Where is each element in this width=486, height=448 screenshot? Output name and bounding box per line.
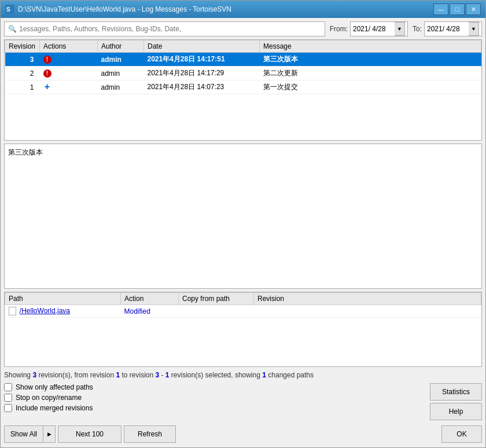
col-path-revision: Revision bbox=[254, 293, 481, 305]
search-icon: 🔍 bbox=[8, 25, 17, 33]
col-actions: Actions bbox=[40, 41, 98, 53]
message-area: 第三次版本 bbox=[4, 144, 482, 289]
action-text: Modified bbox=[124, 307, 150, 315]
cell-copy-from-path bbox=[179, 305, 254, 318]
to-date-field: ▼ bbox=[424, 21, 482, 36]
statistics-button[interactable]: Statistics bbox=[430, 383, 482, 401]
cell-message: 第一次提交 bbox=[260, 80, 481, 94]
cell-path-revision bbox=[254, 305, 481, 318]
cell-actions: + bbox=[40, 80, 98, 94]
cell-actions: ! bbox=[40, 53, 98, 67]
cell-path: /HelloWorld.java bbox=[5, 305, 121, 318]
bottom-bar: Show All ▶ Next 100 Refresh OK bbox=[4, 423, 482, 444]
status-selected-count: 1 bbox=[165, 371, 170, 379]
checkbox-group: Show only affected paths Stop on copy/re… bbox=[4, 383, 426, 412]
filter-bar: 🔍 From: ▼ To: ▼ bbox=[4, 21, 482, 36]
to-label: To: bbox=[413, 25, 422, 33]
arrow-right-icon: ▶ bbox=[47, 431, 51, 437]
status-revision-count: 3 bbox=[32, 371, 36, 379]
cell-action: Modified bbox=[121, 305, 179, 318]
cell-author: admin bbox=[98, 53, 144, 67]
action-modified-icon: ! bbox=[43, 69, 51, 78]
cell-date: 2021年4月28日 14:17:29 bbox=[144, 67, 260, 80]
main-window: S D:\SVN\JavaTestUser\HelloWorld.java - … bbox=[0, 0, 486, 448]
window-title: D:\SVN\JavaTestUser\HelloWorld.java - Lo… bbox=[18, 5, 231, 13]
log-table-container: Revision Actions Author Date Message 3 !… bbox=[4, 39, 482, 141]
action-added-icon: + bbox=[43, 83, 51, 91]
log-table-header: Revision Actions Author Date Message bbox=[5, 41, 481, 53]
from-date-field: ▼ bbox=[350, 21, 408, 36]
title-bar: S D:\SVN\JavaTestUser\HelloWorld.java - … bbox=[1, 1, 485, 18]
show-all-arrow-button[interactable]: ▶ bbox=[43, 425, 56, 443]
search-input[interactable] bbox=[19, 25, 321, 33]
status-from-rev: 1 bbox=[116, 371, 120, 379]
to-date-calendar-button[interactable]: ▼ bbox=[469, 22, 479, 36]
cell-date: 2021年4月28日 14:07:23 bbox=[144, 80, 260, 94]
to-date-input[interactable] bbox=[427, 25, 467, 33]
title-bar-left: S D:\SVN\JavaTestUser\HelloWorld.java - … bbox=[5, 5, 231, 14]
ok-button[interactable]: OK bbox=[441, 425, 482, 443]
include-merged-label: Include merged revisions bbox=[16, 404, 93, 412]
refresh-button[interactable]: Refresh bbox=[124, 425, 176, 443]
paths-table: Path Action Copy from path Revision /Hel… bbox=[5, 292, 481, 318]
cell-message: 第二次更新 bbox=[260, 67, 481, 80]
status-paths-count: 1 bbox=[262, 371, 266, 379]
col-copy-from-path: Copy from path bbox=[179, 293, 254, 305]
paths-table-header: Path Action Copy from path Revision bbox=[5, 293, 481, 305]
main-content: 🔍 From: ▼ To: ▼ bbox=[1, 18, 485, 447]
window-controls: — □ ✕ bbox=[433, 3, 481, 15]
minimize-button[interactable]: — bbox=[433, 3, 448, 15]
cell-message: 第三次版本 bbox=[260, 53, 481, 67]
cell-revision: 3 bbox=[5, 53, 40, 67]
col-revision: Revision bbox=[5, 41, 40, 53]
col-path: Path bbox=[5, 293, 121, 305]
show-affected-checkbox-label[interactable]: Show only affected paths bbox=[4, 383, 426, 391]
cell-author: admin bbox=[98, 67, 144, 80]
cell-date: 2021年4月28日 14:17:51 bbox=[144, 53, 260, 67]
status-to-rev: 3 bbox=[155, 371, 159, 379]
stop-copy-checkbox[interactable] bbox=[4, 394, 12, 402]
show-affected-checkbox[interactable] bbox=[4, 383, 12, 391]
stop-copy-label: Stop on copy/rename bbox=[16, 394, 82, 402]
file-icon bbox=[9, 307, 16, 315]
table-row[interactable]: /HelloWorld.java Modified bbox=[5, 305, 481, 318]
help-button[interactable]: Help bbox=[430, 403, 482, 420]
table-row[interactable]: 1 + admin 2021年4月28日 14:07:23 第一次提交 bbox=[5, 80, 481, 94]
cell-author: admin bbox=[98, 80, 144, 94]
stop-copy-checkbox-label[interactable]: Stop on copy/rename bbox=[4, 394, 426, 402]
action-modified-icon: ! bbox=[43, 56, 51, 64]
col-author: Author bbox=[98, 41, 144, 53]
next-100-button[interactable]: Next 100 bbox=[58, 425, 122, 443]
col-action: Action bbox=[121, 293, 179, 305]
cell-actions: ! bbox=[40, 67, 98, 80]
bottom-section: Show only affected paths Stop on copy/re… bbox=[4, 383, 482, 420]
paths-table-container: Path Action Copy from path Revision /Hel… bbox=[4, 292, 482, 367]
search-box: 🔍 bbox=[4, 21, 325, 36]
include-merged-checkbox-label[interactable]: Include merged revisions bbox=[4, 404, 426, 412]
from-date-input[interactable] bbox=[353, 25, 393, 33]
table-row[interactable]: 2 ! admin 2021年4月28日 14:17:29 第二次更新 bbox=[5, 67, 481, 80]
from-date-calendar-button[interactable]: ▼ bbox=[395, 22, 405, 36]
close-button[interactable]: ✕ bbox=[466, 3, 481, 15]
table-row[interactable]: 3 ! admin 2021年4月28日 14:17:51 第三次版本 bbox=[5, 53, 481, 67]
bottom-left: Show only affected paths Stop on copy/re… bbox=[4, 383, 426, 420]
include-merged-checkbox[interactable] bbox=[4, 404, 12, 412]
show-all-group: Show All ▶ bbox=[4, 425, 56, 443]
app-icon: S bbox=[5, 5, 14, 14]
col-message: Message bbox=[260, 41, 481, 53]
to-date-group: To: ▼ bbox=[413, 21, 482, 36]
path-link[interactable]: /HelloWorld.java bbox=[20, 307, 70, 315]
from-date-group: From: ▼ bbox=[330, 21, 408, 36]
svg-text:S: S bbox=[6, 6, 10, 13]
cell-revision: 2 bbox=[5, 67, 40, 80]
message-text: 第三次版本 bbox=[8, 148, 43, 156]
status-line: Showing 3 revision(s), from revision 1 t… bbox=[4, 370, 482, 380]
show-all-button[interactable]: Show All bbox=[4, 425, 43, 443]
maximize-button[interactable]: □ bbox=[450, 3, 465, 15]
bottom-right: Statistics Help bbox=[430, 383, 482, 420]
log-table: Revision Actions Author Date Message 3 !… bbox=[5, 40, 481, 94]
cell-revision: 1 bbox=[5, 80, 40, 94]
col-date: Date bbox=[144, 41, 260, 53]
show-affected-label: Show only affected paths bbox=[16, 383, 93, 391]
from-label: From: bbox=[330, 25, 348, 33]
